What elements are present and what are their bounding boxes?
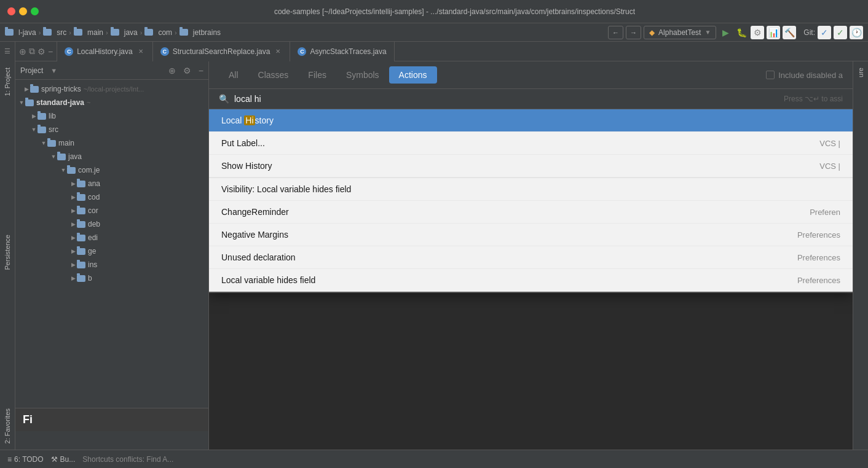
sidebar-toggle[interactable]: ☰ xyxy=(4,47,10,55)
tree-label-main: main xyxy=(58,139,74,147)
result-category-6: Preferences xyxy=(797,253,840,262)
breadcrumb-label-2: main xyxy=(87,28,103,37)
sidebar-dropdown-arrow[interactable]: ▼ xyxy=(50,67,57,74)
todo-button[interactable]: ≡ 6: TODO xyxy=(7,455,44,464)
titlebar: code-samples [~/IdeaProjects/intellij-sa… xyxy=(0,0,868,23)
tree-item-java[interactable]: ▼ java xyxy=(15,150,208,163)
tab-close-0[interactable]: ✕ xyxy=(136,47,145,56)
result-item-changereminder[interactable]: ChangeReminder Preferen xyxy=(209,201,853,224)
vtab-favorites[interactable]: 2: Favorites xyxy=(1,402,14,450)
tree-item-ge[interactable]: ▶ ge xyxy=(15,244,208,258)
result-item-negative-margins[interactable]: Negative Margins Preferences xyxy=(209,224,853,246)
breadcrumb-item-4[interactable]: com xyxy=(144,28,172,37)
tree-arrow-deb: ▶ xyxy=(69,221,77,227)
folder-icon-cod xyxy=(77,194,85,201)
minimize-tab-button[interactable]: − xyxy=(48,47,53,57)
tree-item-lib[interactable]: ▶ lib xyxy=(15,109,208,123)
search-tab-symbols[interactable]: Symbols xyxy=(336,66,389,84)
breadcrumb-item-0[interactable]: l-java xyxy=(5,28,36,37)
minimize-button[interactable] xyxy=(19,7,27,15)
result-item-show-history[interactable]: Show History VCS | xyxy=(209,155,853,177)
tree-item-src[interactable]: ▼ src xyxy=(15,123,208,136)
git-history-button[interactable]: 🕐 xyxy=(850,26,863,39)
tree-item-comje[interactable]: ▼ com.je xyxy=(15,163,208,177)
breadcrumb-item-1[interactable]: src xyxy=(43,28,66,37)
breadcrumb-item-5[interactable]: jetbrains xyxy=(180,28,221,37)
tab-localhistory[interactable]: C LocalHistory.java ✕ xyxy=(57,42,152,61)
result-item-unused-declaration[interactable]: Unused declaration Preferences xyxy=(209,246,853,269)
maximize-button[interactable] xyxy=(31,7,39,15)
vtab-persistence[interactable]: Persistence xyxy=(1,228,14,276)
forward-button[interactable]: → xyxy=(626,26,641,39)
folder-icon-4 xyxy=(144,29,153,36)
result-label-2: Show History xyxy=(221,161,272,171)
settings-tab-button[interactable]: ⚙ xyxy=(37,47,45,57)
tree-item-b[interactable]: ▶ b xyxy=(15,271,208,285)
git-push-button[interactable]: ✓ xyxy=(818,26,831,39)
folder-icon-cor xyxy=(77,208,85,214)
search-tab-classes[interactable]: Classes xyxy=(248,66,299,84)
vtab-project[interactable]: 1: Project xyxy=(1,61,14,102)
tree-item-standard-java[interactable]: ▼ standard-java ~ xyxy=(15,96,208,109)
tree-label-b: b xyxy=(88,274,92,283)
tree-item-deb[interactable]: ▶ deb xyxy=(15,217,208,231)
result-item-local-history[interactable]: Local History xyxy=(209,109,853,132)
folder-icon-comje xyxy=(67,167,76,174)
tree-item-cod[interactable]: ▶ cod xyxy=(15,190,208,204)
sidebar-settings-button[interactable]: ⚙ xyxy=(183,66,191,76)
breadcrumb-item-3[interactable]: java xyxy=(111,28,138,37)
run-button[interactable]: ▶ xyxy=(719,26,732,39)
tree-label-ana: ana xyxy=(88,179,100,188)
tree-item-ana[interactable]: ▶ ana xyxy=(15,177,208,190)
build-button-status[interactable]: ⚒ Bu... xyxy=(51,455,76,464)
include-disabled-checkbox[interactable] xyxy=(766,71,775,79)
sidebar-add-button[interactable]: ⊕ xyxy=(168,66,176,76)
tree-item-cor[interactable]: ▶ cor xyxy=(15,204,208,217)
search-input-row: 🔍 Press ⌥↵ to assi xyxy=(209,89,853,109)
coverage-button[interactable]: ⚙ xyxy=(751,26,764,39)
search-tabs: All Classes Files Symbols Actions Includ… xyxy=(209,61,853,89)
back-button[interactable]: ← xyxy=(608,26,623,39)
result-item-local-variable-hides[interactable]: Local variable hides field Preferences xyxy=(209,269,853,292)
add-tab-button[interactable]: ⊕ xyxy=(19,47,26,57)
file-type-icon-0: C xyxy=(65,47,73,56)
run-config-arrow[interactable]: ▼ xyxy=(704,29,711,36)
search-tab-files[interactable]: Files xyxy=(298,66,336,84)
breadcrumb-sep-1: › xyxy=(69,29,71,36)
tree-label-java: java xyxy=(68,152,82,161)
tree-item-spring-tricks[interactable]: ▶ spring-tricks ~/local-projects/Int... xyxy=(15,82,208,96)
folder-icon-ins xyxy=(77,262,85,268)
result-item-put-label[interactable]: Put Label... VCS | xyxy=(209,132,853,155)
result-label-1: Put Label... xyxy=(221,138,265,148)
search-input[interactable] xyxy=(234,94,779,104)
build-button[interactable]: 🔨 xyxy=(783,26,796,39)
tree-arrow: ▶ xyxy=(23,86,30,92)
folder-icon-2 xyxy=(74,29,82,36)
tree-item-ins[interactable]: ▶ ins xyxy=(15,258,208,271)
result-label-0: Local History xyxy=(221,115,274,125)
tree-arrow-cor: ▶ xyxy=(69,208,77,214)
tab-structuralsearch[interactable]: C StructuralSearchReplace.java ✕ xyxy=(153,42,291,61)
breadcrumb-item-2[interactable]: main xyxy=(74,28,103,37)
folder-icon xyxy=(30,86,39,93)
search-tab-all[interactable]: All xyxy=(219,66,248,84)
breadcrumb-label-3: java xyxy=(124,28,138,37)
close-button[interactable] xyxy=(7,7,15,15)
tree-item-edi[interactable]: ▶ edi xyxy=(15,231,208,244)
tab-close-1[interactable]: ✕ xyxy=(274,47,282,56)
vtab-structure[interactable]: ure xyxy=(854,61,867,84)
run-config-icon: ◆ xyxy=(649,28,655,37)
tree-item-main[interactable]: ▼ main xyxy=(15,136,208,150)
git-commit-button[interactable]: ✓ xyxy=(834,26,847,39)
debug-button[interactable]: 🐛 xyxy=(735,26,748,39)
file-type-icon-2: C xyxy=(298,47,306,56)
profile-button[interactable]: 📊 xyxy=(767,26,780,39)
folder-icon-sj xyxy=(25,99,34,106)
split-button[interactable]: ⧉ xyxy=(29,46,35,57)
find-preview: Fi xyxy=(15,408,209,431)
sidebar-close-button[interactable]: − xyxy=(199,66,203,76)
result-item-visibility[interactable]: Visibility: Local variable hides field xyxy=(209,178,853,201)
tree-path-hint: ~/local-projects/Int... xyxy=(84,85,144,93)
search-tab-actions[interactable]: Actions xyxy=(389,66,437,84)
tab-asyncstack[interactable]: C AsyncStackTraces.java xyxy=(290,42,394,61)
